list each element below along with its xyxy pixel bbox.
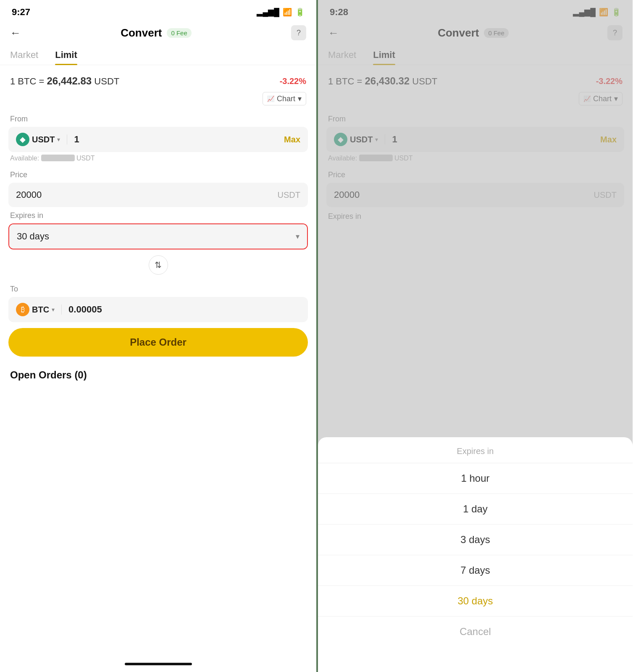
right-battery-icon: 🔋 <box>612 8 621 17</box>
left-expires-dropdown-icon: ▾ <box>296 232 299 241</box>
right-signal-icon: ▂▄▆█ <box>573 8 596 17</box>
left-expires-value: 30 days <box>17 231 49 242</box>
chart-mini-icon: 📈 <box>267 95 274 102</box>
left-from-amount-input[interactable] <box>74 134 280 145</box>
left-tabs: Market Limit <box>0 45 316 65</box>
right-available-text: Available: USDT <box>318 152 633 166</box>
right-title: Convert <box>438 26 479 39</box>
left-status-bar: 9:27 ▂▄▆█ 📶 🔋 <box>0 0 316 21</box>
picker-item-30days[interactable]: 30 days <box>318 586 633 617</box>
right-status-icons: ▂▄▆█ 📶 🔋 <box>573 8 621 17</box>
left-rate-text: 1 BTC = 26,442.83 USDT <box>10 75 119 87</box>
to-dropdown-arrow: ▾ <box>52 306 55 313</box>
left-place-order-button[interactable]: Place Order <box>8 328 308 357</box>
right-price-input-row: USDT <box>326 183 624 207</box>
left-swap-button[interactable]: ⇅ <box>149 255 168 275</box>
right-from-currency-selector[interactable]: ◆ USDT ▾ <box>334 133 378 146</box>
right-header: ← Convert 0 Fee ? <box>318 21 633 45</box>
left-expires-label: Expires in <box>0 207 316 223</box>
right-rate-row: 1 BTC = 26,430.32 USDT -3.22% <box>318 72 633 90</box>
left-rate-change: -3.22% <box>280 76 306 86</box>
left-to-currency-selector[interactable]: ₿ BTC ▾ <box>16 303 55 316</box>
chevron-down-icon: ▾ <box>298 94 302 103</box>
left-status-icons: ▂▄▆█ 📶 🔋 <box>257 8 305 17</box>
picker-item-1day[interactable]: 1 day <box>318 494 633 525</box>
right-help-button[interactable]: ? <box>607 25 622 40</box>
right-input-divider <box>385 134 385 144</box>
left-chart-button[interactable]: 📈 Chart ▾ <box>263 92 306 105</box>
left-home-indicator <box>125 663 192 665</box>
right-from-input-row: ◆ USDT ▾ Max <box>326 127 624 152</box>
left-price-label: Price <box>0 166 316 183</box>
right-screen: 9:28 ▂▄▆█ 📶 🔋 ← Convert 0 Fee ? Market L… <box>316 0 633 672</box>
left-price-currency: USDT <box>278 190 300 200</box>
right-tab-limit[interactable]: Limit <box>373 45 395 65</box>
left-price-input-row: USDT <box>8 183 308 207</box>
right-price-input[interactable] <box>334 189 594 200</box>
right-from-dropdown-arrow: ▾ <box>375 136 378 143</box>
left-from-currency: USDT <box>32 135 55 144</box>
left-from-input-row: ◆ USDT ▾ Max <box>8 127 308 152</box>
right-fee-badge: 0 Fee <box>484 28 508 38</box>
left-available-text: Available: USDT <box>0 152 316 166</box>
right-wifi-icon: 📶 <box>599 8 608 17</box>
picker-header: Expires in <box>318 437 633 463</box>
right-chevron-down-icon: ▾ <box>614 94 618 103</box>
left-balance-blurred <box>41 155 75 161</box>
left-header: ← Convert 0 Fee ? <box>0 21 316 45</box>
right-price-currency: USDT <box>594 190 617 200</box>
right-back-button[interactable]: ← <box>328 26 339 39</box>
left-input-divider <box>67 134 67 144</box>
right-from-amount-input[interactable] <box>392 134 596 145</box>
left-to-input-row: ₿ BTC ▾ <box>8 297 308 322</box>
right-price-label: Price <box>318 166 633 183</box>
right-tabs: Market Limit <box>318 45 633 65</box>
left-rate-row: 1 BTC = 26,442.83 USDT -3.22% <box>0 72 316 90</box>
left-screen: 9:27 ▂▄▆█ 📶 🔋 ← Convert 0 Fee ? Market L… <box>0 0 316 672</box>
left-expires-container[interactable]: 30 days ▾ <box>8 223 308 249</box>
right-max-button[interactable]: Max <box>600 135 617 144</box>
left-help-button[interactable]: ? <box>291 25 306 40</box>
battery-icon: 🔋 <box>295 8 305 17</box>
left-time: 9:27 <box>12 7 30 18</box>
right-rate-text: 1 BTC = 26,430.32 USDT <box>328 75 437 87</box>
right-tab-market[interactable]: Market <box>328 45 356 65</box>
left-to-currency: BTC <box>32 305 49 315</box>
left-to-label: To <box>0 281 316 297</box>
left-from-label: From <box>0 110 316 127</box>
usdt-icon: ◆ <box>16 133 29 146</box>
right-chart-mini-icon: 📈 <box>583 95 591 102</box>
swap-icon: ⇅ <box>155 260 162 270</box>
left-chart-row: 📈 Chart ▾ <box>0 90 316 110</box>
right-header-center: Convert 0 Fee <box>438 26 509 39</box>
signal-icon: ▂▄▆█ <box>257 8 279 17</box>
left-to-divider <box>61 304 62 315</box>
left-tab-market[interactable]: Market <box>10 45 38 65</box>
right-usdt-icon: ◆ <box>334 133 347 146</box>
left-title: Convert <box>121 26 162 39</box>
left-fee-badge: 0 Fee <box>167 28 191 38</box>
left-header-center: Convert 0 Fee <box>121 26 192 39</box>
right-chart-row: 📈 Chart ▾ <box>318 90 633 110</box>
expires-picker-sheet: Expires in 1 hour 1 day 3 days 7 days 30… <box>318 437 633 672</box>
right-chart-button[interactable]: 📈 Chart ▾ <box>579 92 622 105</box>
left-tab-limit[interactable]: Limit <box>55 45 77 65</box>
btc-icon: ₿ <box>16 303 29 316</box>
picker-cancel-button[interactable]: Cancel <box>318 617 633 647</box>
right-status-bar: 9:28 ▂▄▆█ 📶 🔋 <box>318 0 633 21</box>
right-expires-label: Expires in <box>318 207 633 224</box>
left-max-button[interactable]: Max <box>284 135 300 144</box>
left-from-currency-selector[interactable]: ◆ USDT ▾ <box>16 133 60 146</box>
picker-item-7days[interactable]: 7 days <box>318 555 633 586</box>
left-swap-row: ⇅ <box>0 249 316 281</box>
wifi-icon: 📶 <box>283 8 292 17</box>
left-open-orders: Open Orders (0) <box>0 362 316 388</box>
from-dropdown-arrow: ▾ <box>57 136 60 143</box>
right-from-currency: USDT <box>350 135 373 144</box>
left-to-amount-input[interactable] <box>68 304 300 315</box>
picker-item-1hour[interactable]: 1 hour <box>318 463 633 494</box>
right-from-label: From <box>318 110 633 127</box>
picker-item-3days[interactable]: 3 days <box>318 525 633 555</box>
left-back-button[interactable]: ← <box>10 26 21 39</box>
left-price-input[interactable] <box>16 189 278 200</box>
